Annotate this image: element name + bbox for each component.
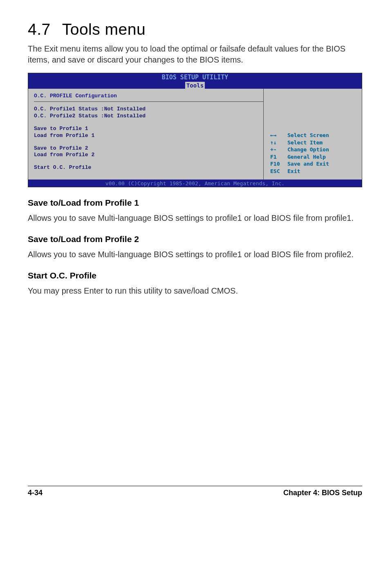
- bios-body: O.C. PROFILE Configuration O.C. Profile1…: [28, 89, 362, 180]
- help-row: F1 General Help: [270, 153, 329, 161]
- paragraph-profile1: Allows you to save Multi-language BIOS s…: [28, 213, 362, 224]
- subheading-profile2: Save to/Load from Profile 2: [28, 234, 362, 244]
- chapter-label: Chapter 4: BIOS Setup: [283, 489, 362, 497]
- help-text-general-help: General Help: [287, 153, 326, 161]
- bios-screenshot: BIOS SETUP UTILITY Tools O.C. PROFILE Co…: [28, 73, 362, 187]
- footer-rule: [28, 486, 362, 486]
- page-footer: [28, 483, 362, 486]
- help-key-arrows-lr: ←→: [270, 132, 287, 139]
- help-text-select-item: Select Item: [287, 139, 323, 146]
- bios-left-pane: O.C. PROFILE Configuration O.C. Profile1…: [28, 89, 264, 180]
- bios-profile1-block: Save to Profile 1 Load from Profile 1: [34, 126, 263, 139]
- bios-load-profile2: Load from Profile 2: [34, 152, 263, 159]
- bios-save-profile1: Save to Profile 1: [34, 126, 263, 132]
- help-key-f10: F10: [270, 160, 287, 168]
- help-row: +- Change Option: [270, 146, 329, 153]
- help-row: F10 Save and Exit: [270, 160, 329, 168]
- bios-tab-tools: Tools: [185, 82, 205, 89]
- page-number: 4-34: [28, 489, 43, 497]
- bios-profile2-block: Save to Profile 2 Load from Profile 2: [34, 145, 263, 159]
- bios-start-oc-block: Start O.C. Profile: [34, 164, 263, 171]
- bios-save-profile2: Save to Profile 2: [34, 145, 263, 152]
- help-row: ESC Exit: [270, 168, 329, 175]
- subheading-profile1: Save to/Load from Profile 1: [28, 198, 362, 208]
- paragraph-profile2: Allows you to save Multi-language BIOS s…: [28, 249, 362, 260]
- paragraph-start-oc: You may press Enter to run this utility …: [28, 285, 362, 296]
- bios-start-oc-profile: Start O.C. Profile: [34, 164, 263, 171]
- bios-footer: v00.00 (C)Copyright 1985-2002, American …: [28, 180, 362, 187]
- help-text-exit: Exit: [287, 168, 300, 175]
- section-title: Tools menu: [62, 20, 146, 38]
- bios-status-block: O.C. Profile1 Status :Not Installed O.C.…: [34, 106, 263, 120]
- help-key-f1: F1: [270, 153, 287, 161]
- bios-header: BIOS SETUP UTILITY Tools: [28, 73, 362, 89]
- intro-paragraph: The Exit menu items allow you to load th…: [28, 43, 362, 65]
- bios-right-pane: ←→ Select Screen ↑↓ Select Item +- Chang…: [264, 89, 362, 180]
- section-number: 4.7: [28, 20, 51, 38]
- bios-load-profile1: Load from Profile 1: [34, 132, 263, 139]
- bios-section-title: O.C. PROFILE Configuration: [34, 91, 263, 102]
- bios-title: BIOS SETUP UTILITY: [162, 74, 229, 81]
- help-key-arrows-ud: ↑↓: [270, 139, 287, 146]
- section-heading: 4.7Tools menu: [28, 20, 362, 38]
- help-key-plus-minus: +-: [270, 146, 287, 153]
- subheading-start-oc: Start O.C. Profile: [28, 271, 362, 281]
- help-key-esc: ESC: [270, 168, 287, 175]
- help-text-change-option: Change Option: [287, 146, 329, 153]
- help-row: ←→ Select Screen: [270, 132, 329, 139]
- help-row: ↑↓ Select Item: [270, 139, 329, 146]
- help-text-save-exit: Save and Exit: [287, 160, 329, 168]
- bios-profile2-status: O.C. Profile2 Status :Not Installed: [34, 113, 263, 120]
- page-footer-wrap: 4-34 Chapter 4: BIOS Setup: [28, 483, 362, 497]
- help-text-select-screen: Select Screen: [287, 132, 329, 139]
- bios-profile1-status: O.C. Profile1 Status :Not Installed: [34, 106, 263, 113]
